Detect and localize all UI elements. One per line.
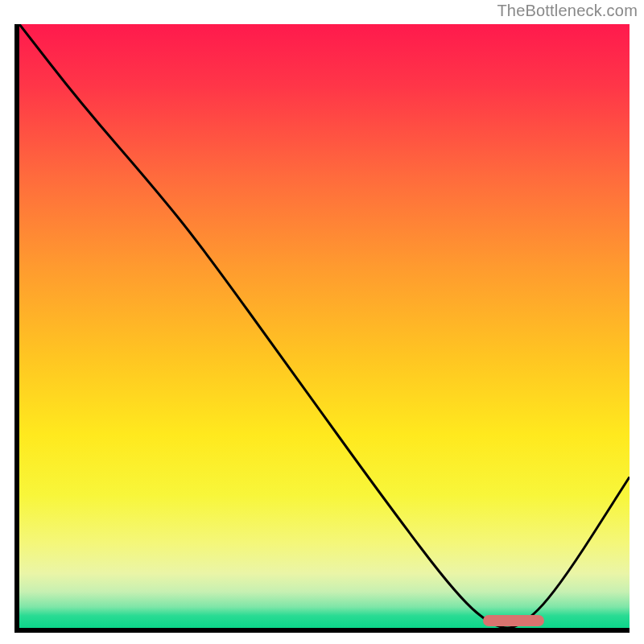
chart-line-path — [19, 24, 630, 628]
optimum-marker — [483, 615, 544, 626]
attribution-text: TheBottleneck.com — [497, 2, 638, 20]
chart-line — [19, 24, 630, 628]
chart-frame — [14, 24, 630, 633]
chart-plot-area — [19, 24, 630, 628]
